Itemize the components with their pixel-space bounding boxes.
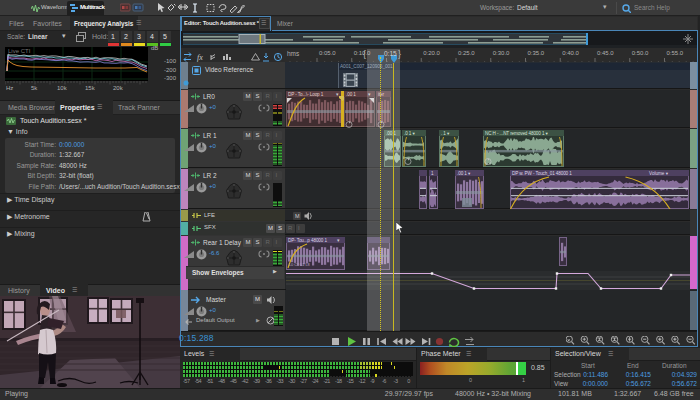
svg-text:fx: fx xyxy=(197,53,203,62)
